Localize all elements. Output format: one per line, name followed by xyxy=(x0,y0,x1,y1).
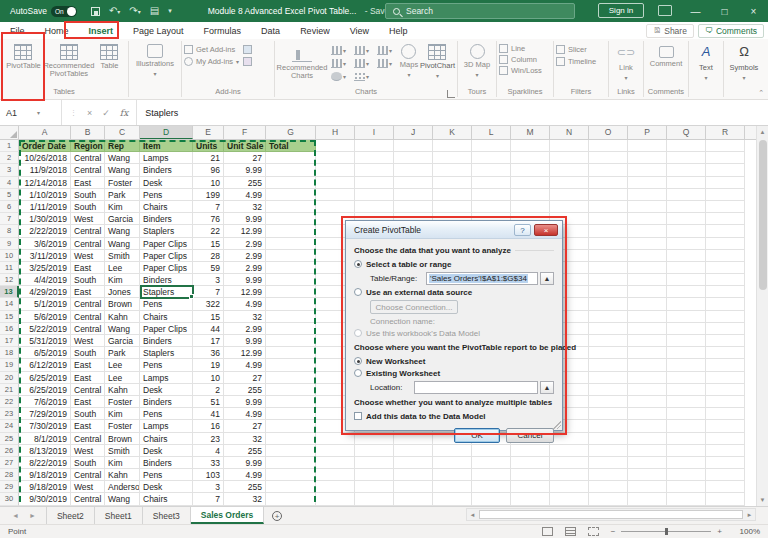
cell[interactable] xyxy=(316,481,355,493)
cell[interactable] xyxy=(628,445,667,457)
cell[interactable]: 7/6/2019 xyxy=(19,396,71,408)
cell[interactable]: Park xyxy=(105,347,140,359)
minimize-button[interactable]: — xyxy=(681,0,710,22)
cell[interactable] xyxy=(667,408,706,420)
horizontal-scrollbar[interactable]: ◄ ► xyxy=(466,508,756,521)
maps-button[interactable]: Maps ▾ xyxy=(398,41,420,79)
row-header-10[interactable]: 10 xyxy=(0,250,19,262)
page-layout-view-icon[interactable] xyxy=(565,527,576,536)
cell[interactable] xyxy=(355,140,394,152)
row-header-5[interactable]: 5 xyxy=(0,189,19,201)
row-header-1[interactable]: 1 xyxy=(0,140,19,152)
cell[interactable] xyxy=(628,457,667,469)
cell[interactable] xyxy=(706,493,745,505)
row-header-16[interactable]: 16 xyxy=(0,323,19,335)
cell[interactable] xyxy=(706,286,745,298)
table-button[interactable]: Table xyxy=(93,41,126,70)
scatter-chart-icon[interactable]: ▾ xyxy=(354,71,371,81)
collapse-ribbon-icon[interactable]: ⌃ xyxy=(758,89,764,97)
cell[interactable] xyxy=(511,189,550,201)
column-header-P[interactable]: P xyxy=(628,126,667,139)
cell[interactable]: West xyxy=(71,335,105,347)
waterfall-chart-icon[interactable]: ▾ xyxy=(377,45,394,55)
tab-view[interactable]: View xyxy=(340,22,379,39)
cell[interactable]: 3 xyxy=(193,481,224,493)
cancel-button[interactable]: Cancel xyxy=(506,428,554,443)
cell[interactable] xyxy=(355,189,394,201)
cell[interactable] xyxy=(667,164,706,176)
cell[interactable] xyxy=(589,140,628,152)
cell[interactable]: 9/30/2019 xyxy=(19,493,71,505)
cell[interactable]: 5/6/2019 xyxy=(19,311,71,323)
row-header-21[interactable]: 21 xyxy=(0,384,19,396)
cell[interactable] xyxy=(550,189,589,201)
cell[interactable] xyxy=(589,152,628,164)
cell[interactable] xyxy=(266,408,316,420)
cell[interactable] xyxy=(394,445,433,457)
cell[interactable]: 1/30/2019 xyxy=(19,213,71,225)
3d-map-button[interactable]: 3D Map ▾ xyxy=(460,41,494,79)
cell[interactable] xyxy=(266,481,316,493)
cell[interactable] xyxy=(472,481,511,493)
cell[interactable]: Central xyxy=(71,384,105,396)
cell[interactable] xyxy=(706,140,745,152)
cell[interactable] xyxy=(706,189,745,201)
cell[interactable]: 17 xyxy=(193,335,224,347)
cell[interactable] xyxy=(667,347,706,359)
cell[interactable]: Binders xyxy=(140,457,193,469)
row-header-18[interactable]: 18 xyxy=(0,347,19,359)
cell[interactable]: Kim xyxy=(105,408,140,420)
cell[interactable]: East xyxy=(71,286,105,298)
cell[interactable] xyxy=(511,457,550,469)
cell[interactable]: Binders xyxy=(140,396,193,408)
cell[interactable] xyxy=(589,238,628,250)
cell[interactable]: East xyxy=(71,420,105,432)
cell[interactable] xyxy=(511,469,550,481)
cell[interactable] xyxy=(628,164,667,176)
cell[interactable] xyxy=(667,238,706,250)
cell[interactable]: Staplers xyxy=(140,225,193,237)
dialog-help-button[interactable]: ? xyxy=(514,224,531,236)
cell[interactable]: 32 xyxy=(224,433,266,445)
cell[interactable]: Paper Clips xyxy=(140,262,193,274)
cell[interactable] xyxy=(511,201,550,213)
cell[interactable] xyxy=(706,274,745,286)
cell[interactable] xyxy=(394,177,433,189)
cell[interactable]: 322 xyxy=(193,298,224,310)
cell[interactable] xyxy=(316,152,355,164)
cell[interactable]: 27 xyxy=(224,420,266,432)
cell[interactable] xyxy=(589,323,628,335)
tab-review[interactable]: Review xyxy=(290,22,340,39)
cell[interactable] xyxy=(511,177,550,189)
cell[interactable] xyxy=(266,493,316,505)
cell[interactable]: 7/29/2019 xyxy=(19,408,71,420)
scroll-left-icon[interactable]: ◄ xyxy=(467,512,478,518)
cell[interactable] xyxy=(316,493,355,505)
cell[interactable] xyxy=(394,189,433,201)
cell[interactable] xyxy=(472,469,511,481)
cell[interactable]: 1/11/2019 xyxy=(19,201,71,213)
row-header-23[interactable]: 23 xyxy=(0,408,19,420)
radio-select-range[interactable] xyxy=(354,260,362,268)
column-header-R[interactable]: R xyxy=(706,126,745,139)
cell[interactable]: 2.99 xyxy=(224,262,266,274)
cell[interactable] xyxy=(628,286,667,298)
cell[interactable]: 21 xyxy=(193,152,224,164)
search-input[interactable]: Search xyxy=(385,3,575,19)
cell[interactable]: 255 xyxy=(224,384,266,396)
sheet-tab-sheet1[interactable]: Sheet1 xyxy=(95,507,143,524)
cell[interactable] xyxy=(667,396,706,408)
cell[interactable] xyxy=(511,140,550,152)
row-header-28[interactable]: 28 xyxy=(0,469,19,481)
cell[interactable] xyxy=(628,152,667,164)
zoom-out-icon[interactable]: − xyxy=(611,527,616,536)
cell[interactable] xyxy=(706,445,745,457)
vertical-scroll-thumb[interactable] xyxy=(759,140,767,290)
cell[interactable] xyxy=(706,323,745,335)
cell[interactable] xyxy=(550,493,589,505)
row-header-3[interactable]: 3 xyxy=(0,164,19,176)
zoom-slider[interactable] xyxy=(621,531,711,532)
cell[interactable] xyxy=(628,177,667,189)
cell[interactable]: 41 xyxy=(193,408,224,420)
tab-file[interactable]: File xyxy=(0,22,35,39)
